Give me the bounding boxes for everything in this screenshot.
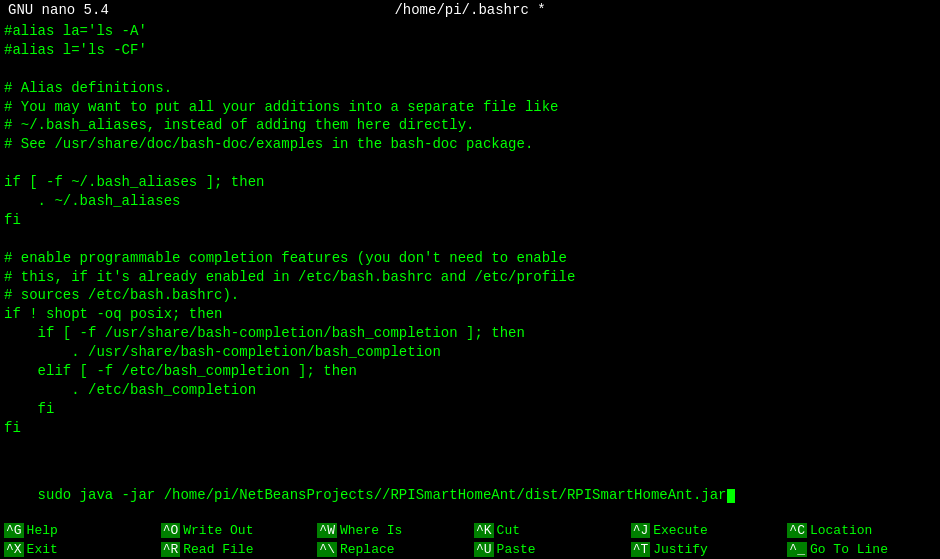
editor-line: # Alias definitions. xyxy=(4,79,936,98)
command-line: sudo java -jar /home/pi/NetBeansProjects… xyxy=(0,469,940,521)
shortcut-item[interactable]: ^WWhere Is xyxy=(313,521,470,540)
editor-line: if [ -f /usr/share/bash-completion/bash_… xyxy=(4,324,936,343)
editor-line: if ! shopt -oq posix; then xyxy=(4,305,936,324)
editor-line: # ~/.bash_aliases, instead of adding the… xyxy=(4,116,936,135)
editor-line xyxy=(4,438,936,457)
editor-line xyxy=(4,230,936,249)
command-text: sudo java -jar /home/pi/NetBeansProjects… xyxy=(38,487,727,503)
shortcut-key: ^W xyxy=(317,523,337,538)
shortcut-key: ^R xyxy=(161,542,181,557)
editor-line: fi xyxy=(4,419,936,438)
shortcut-item[interactable]: ^_Go To Line xyxy=(783,540,940,559)
shortcut-label: Go To Line xyxy=(810,542,888,557)
editor-line: # enable programmable completion feature… xyxy=(4,249,936,268)
editor-line: if [ -f ~/.bash_aliases ]; then xyxy=(4,173,936,192)
shortcut-item[interactable]: ^JExecute xyxy=(627,521,784,540)
editor-area[interactable]: #alias la='ls -A'#alias l='ls -CF' # Ali… xyxy=(0,20,940,469)
title-bar: GNU nano 5.4 /home/pi/.bashrc * xyxy=(0,0,940,20)
shortcut-key: ^U xyxy=(474,542,494,557)
editor-line: . /etc/bash_completion xyxy=(4,381,936,400)
shortcut-label: Read File xyxy=(183,542,253,557)
cursor xyxy=(727,489,735,503)
editor-line xyxy=(4,456,936,469)
shortcut-item[interactable]: ^UPaste xyxy=(470,540,627,559)
editor-line: # See /usr/share/doc/bash-doc/examples i… xyxy=(4,135,936,154)
editor-line: #alias l='ls -CF' xyxy=(4,41,936,60)
shortcut-label: Location xyxy=(810,523,872,538)
shortcut-item[interactable]: ^CLocation xyxy=(783,521,940,540)
shortcut-item[interactable]: ^RRead File xyxy=(157,540,314,559)
shortcut-item[interactable]: ^XExit xyxy=(0,540,157,559)
shortcut-label: Help xyxy=(27,523,58,538)
shortcut-key: ^T xyxy=(631,542,651,557)
shortcut-label: Exit xyxy=(27,542,58,557)
bottom-bar: sudo java -jar /home/pi/NetBeansProjects… xyxy=(0,469,940,559)
shortcut-item[interactable]: ^GHelp xyxy=(0,521,157,540)
editor-line: # this, if it's already enabled in /etc/… xyxy=(4,268,936,287)
shortcut-bar: ^GHelp^OWrite Out^WWhere Is^KCut^JExecut… xyxy=(0,521,940,559)
editor-line: elif [ -f /etc/bash_completion ]; then xyxy=(4,362,936,381)
shortcut-key: ^O xyxy=(161,523,181,538)
shortcut-label: Write Out xyxy=(183,523,253,538)
editor-line xyxy=(4,154,936,173)
shortcut-item[interactable]: ^TJustify xyxy=(627,540,784,559)
shortcut-key: ^_ xyxy=(787,542,807,557)
editor-line: . ~/.bash_aliases xyxy=(4,192,936,211)
editor-line: # sources /etc/bash.bashrc). xyxy=(4,286,936,305)
shortcut-key: ^\ xyxy=(317,542,337,557)
editor-line: fi xyxy=(4,400,936,419)
shortcut-key: ^C xyxy=(787,523,807,538)
editor-line: fi xyxy=(4,211,936,230)
shortcut-item[interactable]: ^OWrite Out xyxy=(157,521,314,540)
editor-line: . /usr/share/bash-completion/bash_comple… xyxy=(4,343,936,362)
shortcut-label: Cut xyxy=(497,523,520,538)
title-left: GNU nano 5.4 xyxy=(8,2,109,18)
shortcut-key: ^X xyxy=(4,542,24,557)
shortcut-item[interactable]: ^\Replace xyxy=(313,540,470,559)
shortcut-key: ^J xyxy=(631,523,651,538)
editor-line: # You may want to put all your additions… xyxy=(4,98,936,117)
shortcut-item[interactable]: ^KCut xyxy=(470,521,627,540)
shortcut-label: Where Is xyxy=(340,523,402,538)
title-center: /home/pi/.bashrc * xyxy=(394,2,545,18)
shortcut-key: ^K xyxy=(474,523,494,538)
shortcut-label: Paste xyxy=(497,542,536,557)
shortcut-label: Execute xyxy=(653,523,708,538)
shortcut-label: Justify xyxy=(653,542,708,557)
editor-line xyxy=(4,60,936,79)
editor-line: #alias la='ls -A' xyxy=(4,22,936,41)
shortcut-label: Replace xyxy=(340,542,395,557)
shortcut-key: ^G xyxy=(4,523,24,538)
